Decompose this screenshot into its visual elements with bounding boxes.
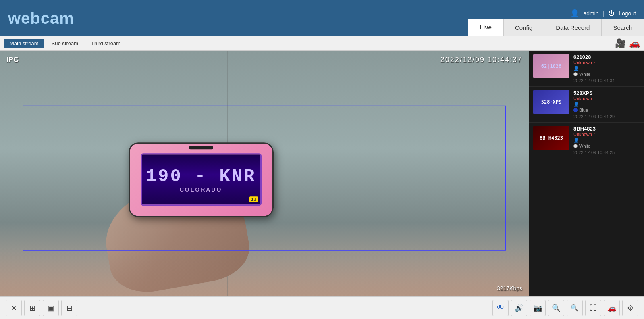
user-icon: 👤 <box>570 9 579 18</box>
det-plate-3: 8BH4823 <box>573 126 640 132</box>
layout2-btn[interactable]: ⊟ <box>61 300 77 316</box>
stream-icons: 🎥 🚗 <box>615 38 640 49</box>
thumb-plate-text-2: 528·XPS <box>541 99 562 105</box>
det-person-icon-1: 👤 <box>573 66 640 71</box>
camera-icon[interactable]: 🎥 <box>615 38 626 49</box>
audio-btn[interactable]: 🔊 <box>511 300 527 316</box>
camera-timestamp: 2022/12/09 10:44:37 <box>440 56 522 64</box>
det-time-3: 2022-12-09 10:44:25 <box>573 150 640 155</box>
camera-view: IPC 2022/12/09 10:44:37 190 - KNR COLORA… <box>0 51 529 296</box>
color-dot-3 <box>573 144 578 148</box>
det-color-1: White <box>573 72 640 77</box>
tab-live[interactable]: Live <box>468 19 503 36</box>
det-time-2: 2022-12-09 10:44:29 <box>573 114 640 119</box>
detection-bounding-box <box>23 105 506 250</box>
main-content: IPC 2022/12/09 10:44:37 190 - KNR COLORA… <box>0 51 644 296</box>
detection-info-1: 621028 Unknown ↑ 👤 White 2022-12-09 10:4… <box>573 54 640 83</box>
car-detect-btn[interactable]: 🚗 <box>604 300 620 316</box>
color-label-2: Blue <box>579 108 588 113</box>
det-plate-2: 528XPS <box>573 90 640 96</box>
color-label-1: White <box>579 72 590 77</box>
layout1-btn[interactable]: ▣ <box>43 300 59 316</box>
tab-data-record[interactable]: Data Record <box>544 19 601 36</box>
det-plate-1: 621028 <box>573 54 640 60</box>
table-reflection <box>0 248 529 296</box>
stream-third[interactable]: Third stream <box>85 39 126 48</box>
stream-main[interactable]: Main stream <box>4 39 44 48</box>
camera-label: IPC <box>6 56 19 64</box>
car-stream-icon[interactable]: 🚗 <box>629 38 640 49</box>
tab-search[interactable]: Search <box>601 19 644 36</box>
admin-label: admin <box>583 10 598 17</box>
zoom-out-btn[interactable]: 🔍- <box>567 300 583 316</box>
app-logo: webcam <box>8 9 74 27</box>
det-person-icon-3: 👤 <box>573 138 640 143</box>
detection-thumb-2: 528·XPS <box>533 90 569 114</box>
detections-panel: 62|1028 621028 Unknown ↑ 👤 White 2022-12… <box>529 51 644 296</box>
detection-info-2: 528XPS Unknown ↑ 👤 Blue 2022-12-09 10:44… <box>573 90 640 119</box>
snapshot-btn[interactable]: 📷 <box>530 300 546 316</box>
stream-sub[interactable]: Sub stream <box>46 39 84 48</box>
det-status-1: Unknown ↑ <box>573 60 640 65</box>
stream-bar: Main stream Sub stream Third stream 🎥 🚗 <box>0 36 644 51</box>
color-dot-1 <box>573 72 578 76</box>
zoom-in-btn[interactable]: 🔍 <box>548 300 564 316</box>
toolbar-right: 👁 🔊 📷 🔍 🔍- ⛶ 🚗 ⚙ <box>492 300 638 316</box>
det-person-icon-2: 👤 <box>573 102 640 107</box>
tab-config[interactable]: Config <box>503 19 544 36</box>
close-stream-btn[interactable]: ✕ <box>6 300 22 316</box>
toolbar-left: ✕ ⊞ ▣ ⊟ <box>6 300 77 316</box>
nav-tabs: Live Config Data Record Search <box>468 19 644 36</box>
det-status-3: Unknown ↑ <box>573 132 640 137</box>
detection-item-1[interactable]: 62|1028 621028 Unknown ↑ 👤 White 2022-12… <box>529 51 644 87</box>
logo-text: webcam <box>8 9 74 27</box>
grid-layout-btn[interactable]: ⊞ <box>24 300 40 316</box>
det-status-2: Unknown ↑ <box>573 96 640 101</box>
detection-thumb-1: 62|1028 <box>533 54 569 78</box>
detection-item-2[interactable]: 528·XPS 528XPS Unknown ↑ 👤 Blue 2022-12-… <box>529 87 644 123</box>
thumb-plate-text-3: 8B H4823 <box>540 135 563 141</box>
detection-item-3[interactable]: 8B H4823 8BH4823 Unknown ↑ 👤 White 2022-… <box>529 123 644 158</box>
det-color-3: White <box>573 144 640 148</box>
fullscreen-btn[interactable]: ⛶ <box>585 300 601 316</box>
color-dot-2 <box>573 108 578 112</box>
color-label-3: White <box>579 144 590 148</box>
bottom-toolbar: ✕ ⊞ ▣ ⊟ 👁 🔊 📷 🔍 🔍- ⛶ 🚗 ⚙ <box>0 296 644 319</box>
thumb-plate-text-1: 62|1028 <box>541 63 562 69</box>
detection-info-3: 8BH4823 Unknown ↑ 👤 White 2022-12-09 10:… <box>573 126 640 155</box>
power-icon: ⏻ <box>608 10 615 17</box>
det-color-2: Blue <box>573 108 640 113</box>
view-mode-btn[interactable]: 👁 <box>492 300 509 316</box>
admin-bar: 👤 admin | ⏻ Logout <box>570 9 636 18</box>
detection-thumb-3: 8B H4823 <box>533 126 569 150</box>
logout-link[interactable]: Logout <box>619 10 636 17</box>
header: webcam 👤 admin | ⏻ Logout Live Config Da… <box>0 0 644 36</box>
det-time-1: 2022-12-09 10:44:34 <box>573 78 640 83</box>
settings-btn[interactable]: ⚙ <box>622 300 638 316</box>
bitrate-display: 3217Kbps <box>497 285 522 292</box>
